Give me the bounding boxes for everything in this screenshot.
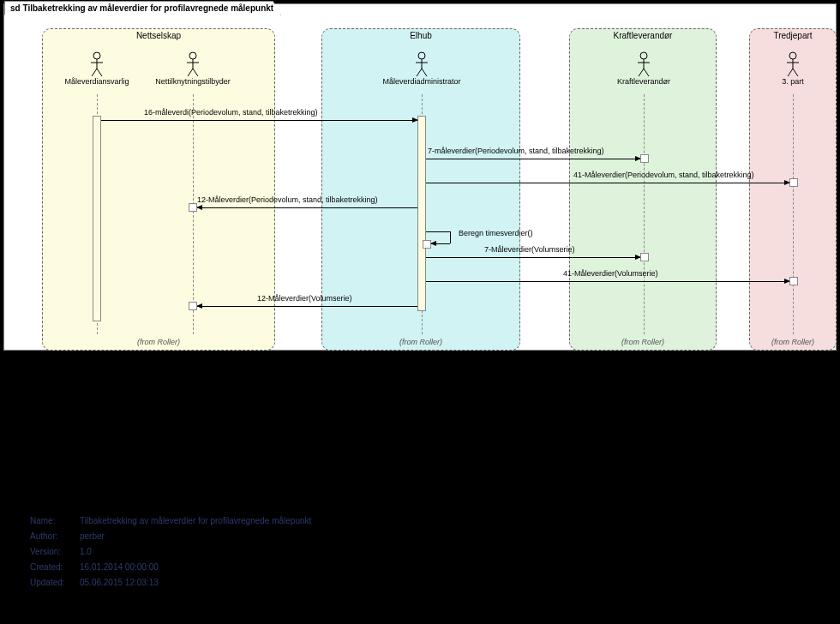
lane-from: (from Roller) [750, 338, 836, 346]
svg-point-20 [789, 52, 796, 59]
lifeline [793, 94, 794, 334]
svg-line-3 [92, 69, 97, 76]
message-label: 12-Måleverdier(Volumserie) [257, 294, 352, 303]
meta-value: 16.01.2014 00:00:00 [79, 561, 312, 574]
lane-from: (from Roller) [570, 338, 716, 346]
svg-line-9 [193, 69, 198, 76]
meta-key: Author: [29, 530, 77, 543]
svg-point-15 [640, 52, 647, 59]
actor-label: Kraftleverandør [601, 77, 687, 86]
exec-spec [189, 302, 197, 310]
message-arrow: 12-Måleverdier(Periodevolum, stand, tilb… [197, 207, 417, 208]
message-label: 7-Måleverdier(Volumserie) [484, 245, 575, 254]
meta-value: perber [79, 530, 312, 543]
lifeline [193, 94, 194, 334]
frame-title: sd Tilbaketrekking av måleverdier for pr… [4, 1, 281, 15]
actor-maaleverdiansvarlig: Måleverdiansvarlig [54, 51, 140, 86]
arrowhead-icon [196, 303, 202, 309]
message-arrow: 7-måleverdier(Periodevolum, stand, tilba… [426, 159, 640, 159]
lane-title: Elhub [322, 31, 519, 40]
actor-label: Måleverdiadministrator [379, 77, 465, 86]
meta-value: Tilbaketrekking av måleverdier for profi… [79, 514, 312, 528]
message-arrow: 41-Måleverdier(Volumserie) [426, 281, 789, 282]
actor-icon [414, 51, 429, 77]
actor-maaleverdiadmin: Måleverdiadministrator [379, 51, 465, 86]
svg-line-18 [639, 69, 644, 76]
svg-line-13 [417, 69, 422, 76]
meta-value: 05.06.2015 12:03:13 [79, 576, 312, 590]
svg-point-0 [93, 52, 100, 59]
message-arrow: 41-Måleverdier(Periodevolum, stand, tilb… [426, 183, 789, 183]
actor-icon [89, 51, 105, 77]
exec-spec [640, 154, 649, 163]
selfcall-line [426, 231, 450, 232]
meta-key: Created: [29, 561, 77, 574]
svg-line-23 [788, 69, 793, 76]
exec-spec [789, 277, 798, 285]
selfcall-line [431, 243, 450, 244]
arrowhead-icon [412, 117, 418, 123]
exec-spec [423, 240, 431, 249]
actor-label: Nettilknytningstilbyder [150, 77, 236, 86]
selfcall-line [450, 231, 451, 243]
activation-bar [417, 116, 426, 311]
message-label: 7-måleverdier(Periodevolum, stand, tilba… [428, 147, 604, 155]
meta-key: Version: [29, 545, 77, 559]
svg-line-8 [188, 69, 193, 76]
meta-key: Updated: [29, 576, 77, 590]
activation-bar [93, 116, 101, 321]
lane-title: Nettselskap [43, 31, 274, 40]
actor-icon [785, 51, 801, 77]
lifeline [644, 94, 645, 334]
message-label: Beregn timesverdier() [459, 229, 533, 237]
message-label: 16-måleverdi(Periodevolum, stand, tilbak… [144, 108, 318, 117]
arrowhead-icon [430, 241, 436, 246]
message-arrow: 12-Måleverdier(Volumserie) [197, 306, 417, 307]
svg-point-5 [189, 52, 196, 59]
diagram-frame: sd Tilbaketrekking av måleverdier for pr… [3, 3, 837, 351]
lane-title: Kraftleverandør [570, 31, 716, 40]
svg-line-19 [644, 69, 649, 76]
actor-kraftleverandor: Kraftleverandør [601, 51, 687, 86]
actor-nettilknytning: Nettilknytningstilbyder [150, 51, 236, 86]
actor-icon [636, 51, 651, 77]
message-arrow: 7-Måleverdier(Volumserie) [426, 257, 640, 258]
svg-line-4 [97, 69, 102, 76]
lane-from: (from Roller) [322, 338, 519, 346]
actor-3part: 3. part [750, 51, 836, 86]
actor-label: 3. part [750, 77, 836, 86]
svg-line-14 [422, 69, 427, 76]
meta-key: Name: [29, 514, 77, 528]
lane-title: Tredjepart [750, 31, 836, 40]
lane-from: (from Roller) [43, 338, 274, 346]
exec-spec [189, 203, 197, 212]
diagram-metadata: Name:Tilbaketrekking av måleverdier for … [27, 513, 314, 591]
actor-icon [185, 51, 201, 77]
message-label: 41-Måleverdier(Periodevolum, stand, tilb… [573, 171, 754, 179]
arrowhead-icon [196, 205, 202, 210]
message-label: 12-Måleverdier(Periodevolum, stand, tilb… [197, 195, 378, 204]
svg-point-10 [418, 52, 425, 59]
message-label: 41-Måleverdier(Volumserie) [563, 269, 658, 278]
canvas: sd Tilbaketrekking av måleverdier for pr… [0, 0, 840, 624]
meta-value: 1.0 [79, 545, 312, 559]
actor-label: Måleverdiansvarlig [54, 77, 140, 86]
exec-spec [789, 178, 798, 187]
message-arrow: 16-måleverdi(Periodevolum, stand, tilbak… [101, 120, 417, 121]
exec-spec [640, 253, 649, 261]
svg-line-24 [793, 69, 798, 76]
